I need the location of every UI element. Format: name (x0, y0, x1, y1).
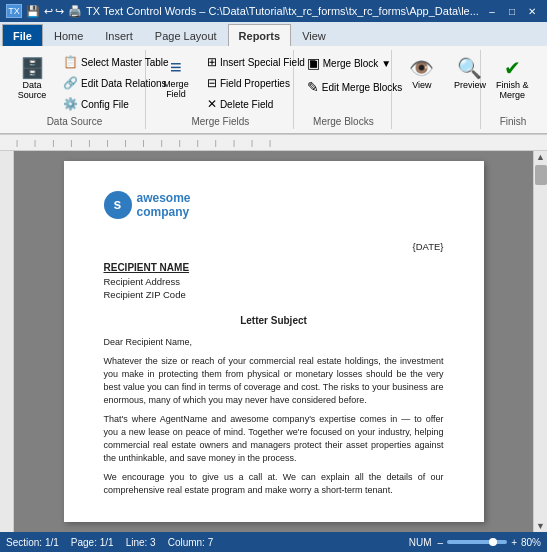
merge-block-label: Merge Block ▼ (323, 58, 391, 69)
config-label: Config File (81, 99, 129, 110)
view-preview-group-label (400, 127, 474, 129)
finish-group-label: Finish (489, 116, 537, 129)
ribbon: File Home Insert Page Layout Reports Vie… (0, 22, 547, 135)
minimize-button[interactable]: – (483, 3, 501, 19)
finish-buttons: ✔ Finish &Merge (489, 52, 537, 114)
content-area: s awesomecompany {DATE} RECIPIENT NAME R… (14, 151, 547, 532)
status-section: Section: 1/1 (6, 537, 59, 548)
merge-blocks-group-label: Merge Blocks (302, 116, 385, 129)
delete-field-icon: ✕ (207, 97, 217, 111)
merge-fields-buttons: ≡ MergeField ⊞ Insert Special Field ▼ ⊟ … (154, 52, 287, 114)
letter-subject: Letter Subject (104, 314, 444, 328)
date-merge-field: {DATE} (413, 241, 444, 252)
edit-merge-blocks-label: Edit Merge Blocks (322, 82, 403, 93)
merge-block-button[interactable]: ▣ Merge Block ▼ (302, 52, 396, 74)
field-props-label: Field Properties (220, 78, 290, 89)
vertical-scrollbar[interactable]: ▲ ▼ (533, 151, 547, 532)
tab-insert[interactable]: Insert (94, 24, 144, 46)
status-left: Section: 1/1 Page: 1/1 Line: 3 Column: 7 (6, 537, 213, 548)
ruler-marks: | | | | | | | | | | | | | | | (2, 135, 545, 150)
tab-reports[interactable]: Reports (228, 24, 292, 46)
logo-circle: s (104, 191, 132, 219)
edit-merge-blocks-button[interactable]: ✎ Edit Merge Blocks (302, 76, 408, 98)
num-indicator: NUM (409, 537, 432, 548)
zoom-level: 80% (521, 537, 541, 548)
status-right: NUM – + 80% (409, 537, 541, 548)
letter-salutation: Dear Recipient Name, (104, 336, 444, 349)
ribbon-group-merge-blocks: ▣ Merge Block ▼ ✎ Edit Merge Blocks Merg… (296, 50, 392, 129)
company-name: awesomecompany (137, 191, 191, 220)
merge-fields-group-label: Merge Fields (154, 116, 287, 129)
data-source-icon: 🗄️ (20, 56, 45, 80)
quick-access-toolbar: 💾 ↩ ↪ 🖨️ (26, 5, 82, 18)
delete-field-label: Delete Field (220, 99, 273, 110)
ribbon-group-data-source: 🗄️ DataSource 📋 Select Master Table 🔗 Ed… (4, 50, 146, 129)
merge-field-button[interactable]: ≡ MergeField (154, 52, 198, 103)
status-bar: Section: 1/1 Page: 1/1 Line: 3 Column: 7… (0, 532, 547, 552)
edit-merge-blocks-icon: ✎ (307, 79, 319, 95)
undo-icon[interactable]: ↩ (44, 5, 53, 18)
ribbon-group-view-preview: 👁️ View 🔍 Preview (394, 50, 481, 129)
maximize-button[interactable]: □ (503, 3, 521, 19)
merge-field-icon: ≡ (170, 56, 182, 79)
redo-icon[interactable]: ↪ (55, 5, 64, 18)
window-controls[interactable]: – □ ✕ (483, 3, 541, 19)
letter-paragraphs: Whatever the size or reach of your comme… (104, 355, 444, 497)
scroll-up-button[interactable]: ▲ (535, 151, 546, 163)
paragraph-3: We encourage you to give us a call at. W… (104, 471, 444, 497)
save-icon[interactable]: 💾 (26, 5, 40, 18)
app-icon: TX (6, 4, 22, 18)
insert-special-icon: ⊞ (207, 55, 217, 69)
zoom-controls[interactable]: – + 80% (438, 537, 541, 548)
finish-merge-icon: ✔ (504, 56, 521, 80)
recipient-name: RECIPIENT NAME (104, 261, 444, 275)
zoom-thumb (489, 538, 497, 546)
view-button[interactable]: 👁️ View (400, 52, 444, 94)
title-bar: TX 💾 ↩ ↪ 🖨️ TX Text Control Words – C:\D… (0, 0, 547, 22)
scroll-down-button[interactable]: ▼ (535, 520, 546, 532)
recipient-block: RECIPIENT NAME Recipient Address Recipie… (104, 261, 444, 302)
data-source-button[interactable]: 🗄️ DataSource (10, 52, 54, 104)
merge-field-label: MergeField (163, 79, 189, 99)
select-master-icon: 📋 (63, 55, 78, 69)
date-field: {DATE} (104, 240, 444, 253)
ribbon-group-merge-fields: ≡ MergeField ⊞ Insert Special Field ▼ ⊟ … (148, 50, 294, 129)
data-source-buttons: 🗄️ DataSource 📋 Select Master Table 🔗 Ed… (10, 52, 139, 114)
logo-letter: s (114, 195, 122, 215)
edit-relations-icon: 🔗 (63, 76, 78, 90)
tab-view[interactable]: View (291, 24, 337, 46)
salutation-text: Dear Recipient Name, (104, 336, 444, 349)
status-page: Page: 1/1 (71, 537, 114, 548)
tab-page-layout[interactable]: Page Layout (144, 24, 228, 46)
recipient-address: Recipient Address (104, 275, 444, 288)
scroll-thumb[interactable] (535, 165, 547, 185)
zoom-in-icon[interactable]: + (511, 537, 517, 548)
recipient-zip: Recipient ZIP Code (104, 288, 444, 301)
data-source-label: DataSource (18, 80, 47, 100)
company-logo-area: s awesomecompany (104, 191, 444, 220)
finish-merge-button[interactable]: ✔ Finish &Merge (489, 52, 536, 104)
close-button[interactable]: ✕ (523, 3, 541, 19)
title-bar-left: TX 💾 ↩ ↪ 🖨️ TX Text Control Words – C:\D… (6, 4, 479, 18)
tab-row: File Home Insert Page Layout Reports Vie… (0, 22, 547, 46)
tab-home[interactable]: Home (43, 24, 94, 46)
document-page: s awesomecompany {DATE} RECIPIENT NAME R… (64, 161, 484, 522)
preview-icon: 🔍 (457, 56, 482, 80)
status-column: Column: 7 (168, 537, 214, 548)
ribbon-content: 🗄️ DataSource 📋 Select Master Table 🔗 Ed… (0, 46, 547, 134)
field-props-icon: ⊟ (207, 76, 217, 90)
tab-file[interactable]: File (2, 24, 43, 46)
zoom-slider[interactable] (447, 540, 507, 544)
document-scroll-area[interactable]: s awesomecompany {DATE} RECIPIENT NAME R… (14, 151, 533, 532)
vertical-ruler (0, 151, 14, 532)
zoom-out-icon[interactable]: – (438, 537, 444, 548)
data-source-group-label: Data Source (10, 116, 139, 129)
view-icon: 👁️ (409, 56, 434, 80)
preview-label: Preview (454, 80, 486, 90)
ribbon-group-finish: ✔ Finish &Merge Finish (483, 50, 543, 129)
merge-block-icon: ▣ (307, 55, 320, 71)
view-preview-buttons: 👁️ View 🔍 Preview (400, 52, 474, 125)
finish-merge-label: Finish &Merge (496, 80, 529, 100)
main-content: s awesomecompany {DATE} RECIPIENT NAME R… (0, 151, 547, 532)
print-icon[interactable]: 🖨️ (68, 5, 82, 18)
